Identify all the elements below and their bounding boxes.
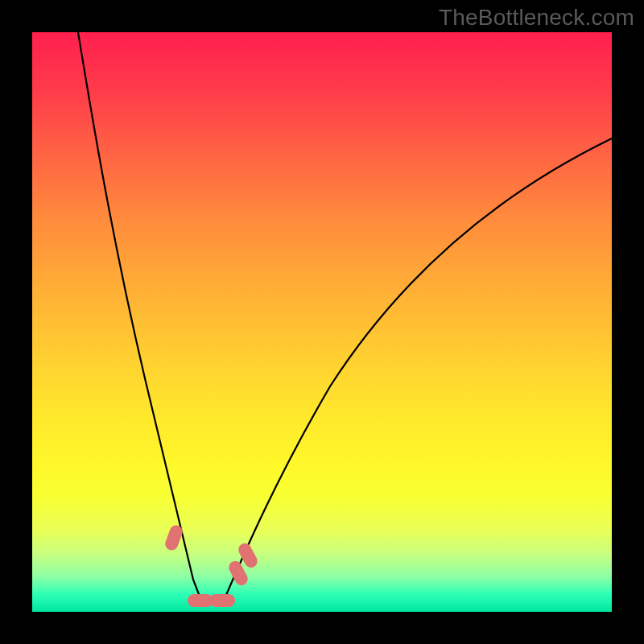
curve-left	[78, 32, 201, 601]
lozenge-marker	[209, 594, 235, 607]
curve-right	[224, 138, 612, 601]
marker-group	[163, 523, 260, 607]
chart-svg	[32, 32, 612, 612]
plot-area	[32, 32, 612, 612]
watermark-text: TheBottleneck.com	[439, 5, 634, 31]
